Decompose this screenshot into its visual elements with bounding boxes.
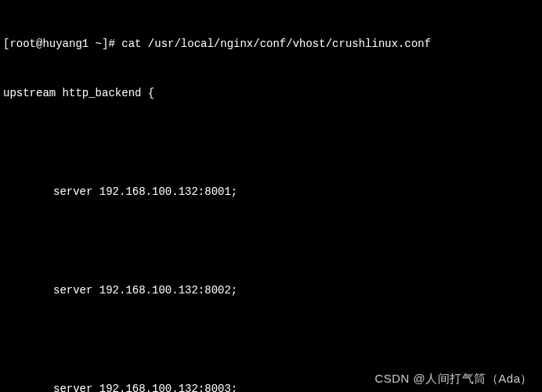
command-line[interactable]: [root@huyang1 ~]# cat /usr/local/nginx/c… bbox=[3, 36, 539, 52]
blank-line bbox=[3, 135, 539, 151]
watermark-text: CSDN @人间打气筒（Ada） bbox=[374, 370, 533, 388]
upstream-server-1: server 192.168.100.132:8001; bbox=[3, 184, 539, 200]
command-text: cat /usr/local/nginx/conf/vhost/crushlin… bbox=[121, 36, 431, 52]
upstream-server-2: server 192.168.100.132:8002; bbox=[3, 282, 539, 299]
blank-line bbox=[3, 332, 539, 348]
config-upstream-open: upstream http_backend { bbox=[3, 85, 539, 102]
shell-prompt: [root@huyang1 ~]# bbox=[3, 36, 121, 52]
blank-line bbox=[3, 233, 539, 250]
terminal-output: [root@huyang1 ~]# cat /usr/local/nginx/c… bbox=[3, 3, 539, 392]
